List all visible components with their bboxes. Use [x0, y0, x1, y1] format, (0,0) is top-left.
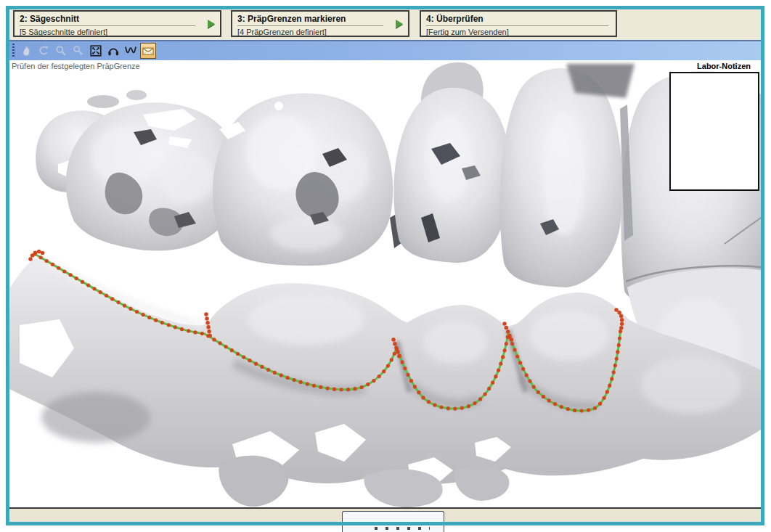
bottom-popup-button[interactable] — [342, 511, 444, 532]
rotate-view-icon — [36, 44, 51, 58]
step-title: 4: Überprüfen — [426, 14, 608, 26]
send-envelope-icon — [141, 44, 155, 58]
step-done-arrow-icon — [396, 20, 403, 28]
margin-line-tool-button[interactable] — [123, 43, 139, 59]
show-occlusion-button[interactable] — [105, 43, 121, 59]
lab-notes-title: Labor-Notizen — [669, 60, 759, 71]
clipped-button-label — [375, 527, 430, 530]
rotate-view-button[interactable] — [36, 43, 52, 59]
3d-model-viewport[interactable]: Prüfen der festgelegten PräpGrenze Labor… — [9, 60, 761, 507]
step-status: [4 PräpGrenzen definiert] — [237, 26, 404, 36]
lab-notes-textarea[interactable] — [669, 72, 759, 191]
zoom-magnifier-icon — [54, 44, 68, 58]
viewport-status-text: Prüfen der festgelegten PräpGrenze — [12, 62, 140, 70]
step-title: 3: PräpGrenzen markieren — [237, 14, 383, 26]
fit-view-button[interactable] — [88, 43, 104, 59]
fit-view-icon — [89, 44, 103, 58]
pan-hand-button[interactable] — [18, 43, 34, 59]
app-window: 2: Sägeschnitt [5 Sägeschnitte definiert… — [9, 9, 761, 522]
view-toolbar — [9, 40, 761, 60]
margin-line-w-icon — [123, 44, 138, 58]
step-status: [Fertig zum Versenden] — [426, 26, 611, 36]
step-box-saegeschnitt[interactable]: 2: Sägeschnitt [5 Sägeschnitte definiert… — [13, 10, 221, 37]
step-box-ueberpruefen[interactable]: 4: Überprüfen [Fertig zum Versenden] — [420, 10, 617, 37]
lab-notes-panel: Labor-Notizen — [669, 60, 759, 191]
workflow-step-bar: 2: Sägeschnitt [5 Sägeschnitte definiert… — [9, 9, 761, 40]
pan-hand-icon — [19, 44, 33, 58]
dental-scan-model — [9, 60, 761, 507]
headset-icon — [106, 44, 121, 58]
zoom-select-icon — [71, 44, 86, 58]
zoom-select-button[interactable] — [70, 43, 86, 59]
step-done-arrow-icon — [208, 20, 215, 28]
step-title: 2: Sägeschnitt — [20, 14, 195, 26]
step-box-praepgrenzen[interactable]: 3: PräpGrenzen markieren [4 PräpGrenzen … — [231, 10, 409, 37]
send-case-button[interactable] — [140, 43, 156, 59]
zoom-button[interactable] — [53, 43, 69, 59]
step-status: [5 Sägeschnitte definiert] — [20, 26, 216, 36]
toolbar-grip-handle[interactable] — [12, 44, 15, 58]
